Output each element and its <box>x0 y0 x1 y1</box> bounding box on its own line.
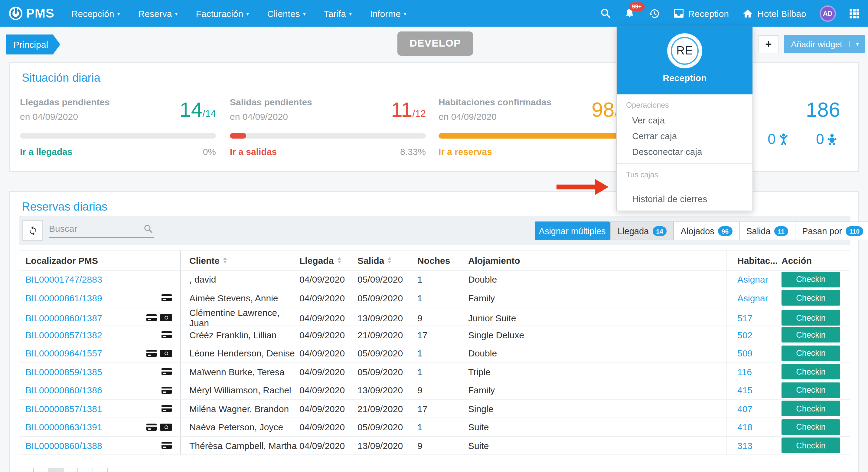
assign-multiple-button[interactable]: Asignar múltiples <box>535 222 610 240</box>
hotel-name: Hotel Bilbao <box>757 8 806 19</box>
go-to-reservations-link[interactable]: Ir a reservas <box>438 146 492 157</box>
locator-link[interactable]: BIL00000964/1557 <box>25 348 102 358</box>
client-name: Thérèsa Campbell, Martha <box>180 437 300 454</box>
departure-date: 05/09/2020 <box>358 344 417 362</box>
col-header-client[interactable]: Cliente <box>180 250 300 270</box>
hotel-selector[interactable]: Hotel Bilbao <box>742 8 806 19</box>
page-button-active[interactable] <box>49 468 63 472</box>
menu-item-cerrar-caja[interactable]: Cerrar caja <box>617 128 752 143</box>
room-link[interactable]: 418 <box>737 422 752 432</box>
room-link[interactable]: 517 <box>737 313 752 323</box>
apps-grid-icon[interactable] <box>849 8 860 19</box>
search-input[interactable] <box>49 221 154 238</box>
menu-facturacion[interactable]: Facturación▾ <box>196 8 249 19</box>
col-header-room[interactable]: Habitac... <box>726 250 781 270</box>
room-link[interactable]: 502 <box>737 330 752 340</box>
checkin-button[interactable]: Checkin <box>781 310 840 326</box>
col-header-departure[interactable]: Salida <box>358 250 417 270</box>
credit-card-icon <box>146 423 157 431</box>
tab-llegada[interactable]: Llegada14 <box>610 222 674 240</box>
user-avatar[interactable]: AD <box>819 5 836 22</box>
babies-counter: 0 <box>816 131 839 148</box>
col-header-nights[interactable]: Noches <box>417 250 468 270</box>
locator-link[interactable]: BIL00001747/2883 <box>25 274 102 285</box>
locator-link[interactable]: BIL00000863/1391 <box>25 422 102 432</box>
menu-tarifa[interactable]: Tarifa▾ <box>324 8 352 19</box>
search-icon[interactable] <box>600 8 611 19</box>
nights: 9 <box>417 437 468 454</box>
page-button[interactable] <box>63 468 78 472</box>
tab-alojados[interactable]: Alojados96 <box>674 222 740 240</box>
col-header-arrival[interactable]: Llegada <box>300 250 358 270</box>
menu-clientes[interactable]: Clientes▾ <box>267 8 306 19</box>
chevron-down-icon: ▾ <box>349 10 352 17</box>
room-link[interactable]: 509 <box>737 348 752 358</box>
sort-icon[interactable] <box>223 257 227 263</box>
menu-reserva[interactable]: Reserva▾ <box>138 8 178 19</box>
arrival-date: 04/09/2020 <box>300 381 358 399</box>
menu-item-desconectar-caja[interactable]: Desconectar caja <box>617 143 752 159</box>
locator-link[interactable]: BIL00000861/1389 <box>25 293 102 303</box>
history-icon[interactable] <box>648 7 660 19</box>
refresh-button[interactable] <box>22 220 43 241</box>
cashbox-selector[interactable]: Reception <box>673 8 729 19</box>
tab-pasan-por[interactable]: Pasan por110 <box>796 222 868 240</box>
add-widget-button[interactable]: Añadir widget ▾ <box>784 35 865 53</box>
room-link[interactable]: Asignar <box>737 293 768 303</box>
room-link[interactable]: 407 <box>737 404 752 414</box>
menu-informe[interactable]: Informe▾ <box>370 8 406 19</box>
arrival-date: 04/09/2020 <box>300 400 358 417</box>
checkin-button[interactable]: Checkin <box>781 382 840 398</box>
tab-salida[interactable]: Salida11 <box>740 222 796 240</box>
page-button[interactable] <box>78 468 93 472</box>
arrival-date: 04/09/2020 <box>300 289 358 307</box>
departure-date: 13/09/2020 <box>358 307 417 328</box>
checkin-button[interactable]: Checkin <box>781 290 840 306</box>
room-link[interactable]: Asignar <box>737 274 768 285</box>
checkin-button[interactable]: Checkin <box>781 438 840 453</box>
checkin-button[interactable]: Checkin <box>781 346 840 361</box>
go-to-arrivals-link[interactable]: Ir a llegadas <box>20 146 72 157</box>
go-to-departures-link[interactable]: Ir a salidas <box>230 146 277 157</box>
checkin-button[interactable]: Checkin <box>781 401 840 417</box>
chevron-down-icon: ▾ <box>404 10 406 17</box>
accommodation: Junior Suite <box>468 307 726 328</box>
sort-icon[interactable] <box>337 257 341 263</box>
checkin-button[interactable]: Checkin <box>781 419 840 435</box>
page-button[interactable] <box>19 468 34 472</box>
credit-card-icon <box>161 294 172 302</box>
breadcrumb[interactable]: Principal <box>6 34 60 55</box>
accommodation: Family <box>468 381 726 399</box>
col-header-locator[interactable]: Localizador PMS <box>19 250 180 270</box>
chevron-down-icon[interactable]: ▾ <box>849 41 865 47</box>
accommodation: Family <box>468 289 726 307</box>
menu-item-ver-caja[interactable]: Ver caja <box>617 112 752 128</box>
nights: 1 <box>417 270 468 288</box>
room-link[interactable]: 313 <box>737 441 752 451</box>
checkin-button[interactable]: Checkin <box>781 327 840 343</box>
sort-icon[interactable] <box>388 257 391 263</box>
menu-recepcion[interactable]: Recepción▾ <box>71 8 120 19</box>
client-name: Méryl Williamson, Rachel <box>180 381 300 399</box>
col-header-accommodation[interactable]: Alojamiento <box>468 250 726 270</box>
room-link[interactable]: 415 <box>737 385 752 395</box>
locator-link[interactable]: BIL00000857/1381 <box>25 404 102 414</box>
checkin-button[interactable]: Checkin <box>781 272 840 288</box>
accommodation: Single <box>468 400 726 417</box>
locator-link[interactable]: BIL00000860/1388 <box>25 441 102 451</box>
pms-logo[interactable]: PMS <box>8 6 55 21</box>
page-button[interactable] <box>34 468 49 472</box>
menu-item-historial-de-cierres[interactable]: Historial de cierres <box>617 190 752 206</box>
client-name: Crééz Franklin, Lillian <box>180 326 300 344</box>
notifications-bell-icon[interactable]: 99+ <box>624 7 635 19</box>
checkin-button[interactable]: Checkin <box>781 364 840 380</box>
accommodation: Single Deluxe <box>468 326 726 344</box>
room-link[interactable]: 116 <box>737 367 752 377</box>
locator-link[interactable]: BIL00000857/1382 <box>25 330 102 340</box>
locator-link[interactable]: BIL00000859/1385 <box>25 367 102 377</box>
page-button[interactable] <box>93 468 108 472</box>
locator-link[interactable]: BIL00000860/1386 <box>25 385 102 395</box>
locator-link[interactable]: BIL00000860/1387 <box>25 313 102 323</box>
add-tab-button[interactable]: + <box>758 35 778 53</box>
count-badge: 110 <box>846 226 863 236</box>
